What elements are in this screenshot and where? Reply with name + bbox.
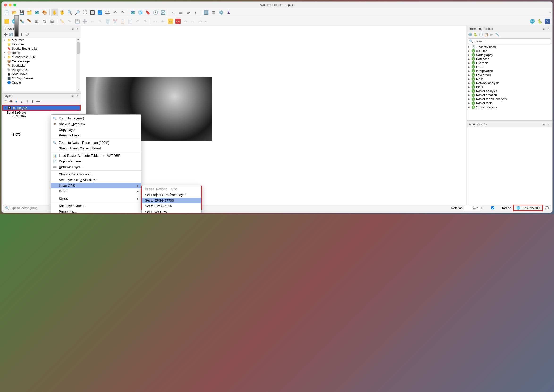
browser-item[interactable]: ▶ 📁 /Volumes — [2, 38, 81, 42]
python-button[interactable]: 🐍 — [536, 18, 543, 25]
processing-group[interactable]: ▶QRaster terrain analysis — [467, 97, 552, 101]
chevron-right-icon[interactable]: ▶ — [4, 51, 6, 54]
filter-icon[interactable]: ▼ — [14, 99, 19, 104]
overflow-chevron-icon[interactable]: ›› — [549, 11, 551, 14]
copy-button[interactable]: 📋 — [119, 18, 126, 25]
layer-name-label[interactable]: merge2 — [16, 106, 27, 110]
label-abc-r-button[interactable]: abc — [175, 18, 182, 25]
temporal-button[interactable]: 🕐 — [152, 9, 159, 16]
context-menu-item[interactable]: Layer CRS▶ — [51, 183, 141, 189]
stepper-down-icon[interactable]: ▼ — [481, 208, 483, 210]
label5-button[interactable]: abc — [182, 18, 189, 25]
move-feature-button[interactable]: ↔ — [89, 18, 96, 25]
zoom-in-button[interactable]: 🔍 — [66, 9, 73, 16]
collapse-icon[interactable]: ⬆ — [30, 99, 35, 104]
chevron-right-icon[interactable]: ▶ — [4, 56, 6, 58]
label-button[interactable]: abc — [152, 18, 159, 25]
dock-icon[interactable]: ▣ — [70, 94, 74, 98]
close-icon[interactable]: ✕ — [547, 27, 550, 31]
context-menu-item[interactable]: Export▶ — [51, 189, 141, 194]
locator-input[interactable] — [10, 206, 45, 210]
open-project-button[interactable]: 📂 — [11, 9, 18, 16]
rotation-input[interactable] — [463, 206, 480, 210]
properties-icon[interactable]: ⓘ — [25, 32, 29, 37]
chevron-right-icon[interactable]: ▶ — [468, 46, 471, 48]
virtual-layer-button[interactable]: ▧ — [49, 18, 56, 25]
close-icon[interactable]: ✕ — [75, 27, 79, 31]
processing-group[interactable]: ▶QLayer tools — [467, 73, 552, 77]
label7-button[interactable]: abc — [197, 18, 204, 25]
save-edits-button[interactable]: 💾 — [74, 18, 81, 25]
raster-calc-button[interactable]: ▦ — [33, 18, 40, 25]
chevron-down-icon[interactable]: ▼ — [5, 106, 7, 109]
wrench-icon[interactable]: 🔧 — [495, 32, 499, 37]
node-tool-button[interactable]: ○ — [96, 18, 103, 25]
python-icon[interactable]: 🐍 — [473, 32, 478, 37]
browser-item[interactable]: 🔵 Oracle — [2, 80, 81, 84]
browser-item[interactable]: ▶ 📁 / (Macintosh HD) — [2, 55, 81, 59]
help-button[interactable]: ? — [544, 18, 551, 25]
new-bookmark-button[interactable]: 🔖 — [144, 9, 151, 16]
dock-icon[interactable]: ▣ — [542, 122, 546, 126]
web-button[interactable]: 🌐 — [529, 18, 536, 25]
zoom-next-button[interactable]: ↷ — [119, 9, 126, 16]
select-by-expr-button[interactable]: ε — [192, 9, 199, 16]
overflow-chevron-icon[interactable]: ›› — [205, 20, 206, 23]
processing-group[interactable]: ▶QVector analysis — [467, 105, 552, 109]
add-layer-icon[interactable]: ➕ — [3, 32, 8, 37]
label2-button[interactable]: abc — [159, 18, 167, 25]
chevron-right-icon[interactable]: ▶ — [468, 74, 471, 76]
context-menu-item[interactable]: Set Layer Scale Visibility… — [51, 177, 141, 183]
chevron-right-icon[interactable]: ▶ — [468, 50, 471, 52]
context-menu-item[interactable]: 📄Duplicate Layer — [51, 158, 141, 164]
refresh-button[interactable]: 🔄 — [159, 9, 167, 16]
zoom-native-button[interactable]: 1:1 — [104, 9, 111, 16]
processing-group[interactable]: ▶QRaster creation — [467, 93, 552, 97]
chevron-right-icon[interactable]: ▶ — [468, 78, 471, 80]
label-abc-y-button[interactable]: abc — [167, 18, 174, 25]
chevron-right-icon[interactable]: ▶ — [4, 39, 6, 41]
context-menu-item[interactable]: Styles▶ — [51, 196, 141, 202]
submenu-item-set-layer-crs[interactable]: Set Layer CRS… — [142, 209, 201, 213]
browser-item[interactable]: 🐘 PostgreSQL — [2, 68, 81, 72]
new-project-button[interactable]: 📄 — [3, 9, 10, 16]
cut-button[interactable]: ✂️ — [112, 18, 119, 25]
locator[interactable]: 🔍 — [5, 206, 50, 210]
chevron-right-icon[interactable]: ▶ — [468, 94, 471, 96]
deselect-button[interactable]: ▱ — [185, 9, 192, 16]
scroll-down-icon[interactable]: ▼ — [76, 88, 80, 92]
processing-group[interactable]: ▶QMesh — [467, 77, 552, 81]
new-shapefile-button[interactable]: 🪶 — [26, 18, 33, 25]
new-map-view-button[interactable]: 🗺️ — [129, 9, 136, 16]
processing-group[interactable]: ▶Q3D Tiles — [467, 49, 552, 53]
submenu-item-set-epsg-4326[interactable]: Set to EPSG:4326 — [142, 203, 201, 209]
processing-group[interactable]: ▶QRaster analysis — [467, 89, 552, 93]
refresh-icon[interactable]: 🔄 — [8, 32, 13, 37]
browser-item[interactable]: ▶ 🏠 Home — [2, 50, 81, 55]
dock-icon[interactable]: ▣ — [70, 27, 74, 31]
chevron-right-icon[interactable]: ▶ — [468, 102, 471, 104]
scroll-up-icon[interactable]: ▲ — [76, 38, 80, 42]
new-vector-button[interactable]: ✒️ — [18, 18, 25, 25]
processing-group[interactable]: ▶QGPS — [467, 65, 552, 69]
submenu-item-set-project-crs[interactable]: Set Project CRS from Layer — [142, 192, 201, 198]
mesh-calc-button[interactable]: ▨ — [41, 18, 48, 25]
browser-item[interactable]: ⭐ Favorites — [2, 42, 81, 46]
identify-button[interactable]: ℹ️ — [202, 9, 210, 16]
chevron-right-icon[interactable]: ▶ — [468, 82, 471, 84]
processing-group[interactable]: ▶QDatabase — [467, 57, 552, 61]
processing-group[interactable]: ▶QPlots — [467, 85, 552, 89]
chevron-right-icon[interactable]: ▶ — [468, 58, 471, 60]
context-menu-item[interactable]: 🔍Zoom to Layer(s) — [51, 115, 141, 121]
context-menu-item[interactable]: 🔍Zoom to Native Resolution (100%) — [51, 140, 141, 146]
dock-icon[interactable]: ▣ — [542, 27, 546, 31]
add-vector-button[interactable]: 🟨 — [3, 18, 10, 25]
processing-group[interactable]: ▶QCartography — [467, 53, 552, 57]
chevron-right-icon[interactable]: ▶ — [468, 90, 471, 92]
chevron-right-icon[interactable]: ▶ — [468, 98, 471, 100]
styling-icon[interactable]: 📋 — [3, 99, 8, 104]
layer-visibility-checkbox[interactable] — [8, 106, 11, 109]
edit-in-place-icon[interactable]: ▶ — [489, 32, 494, 37]
messages-icon[interactable]: 💬 — [545, 206, 549, 210]
undo-button[interactable]: ↶ — [134, 18, 141, 25]
